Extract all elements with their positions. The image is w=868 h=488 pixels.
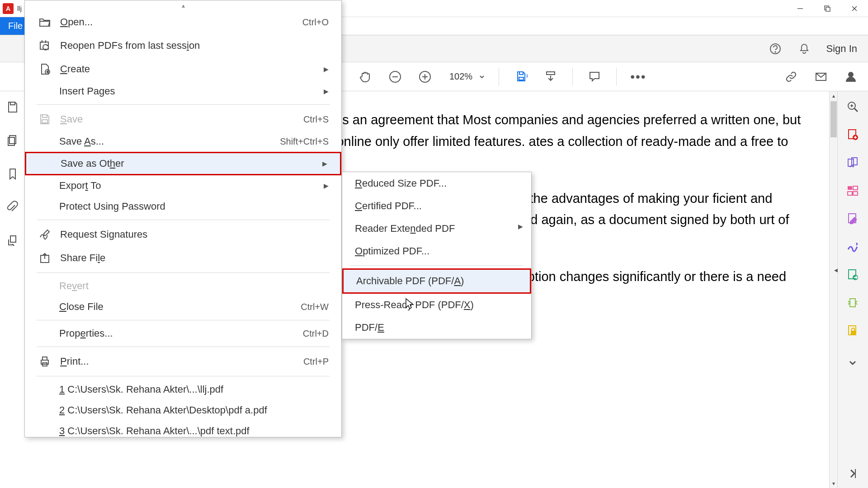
- menu-item-request-signatures[interactable]: Request Signatures: [25, 223, 341, 246]
- submenu-item-optimized[interactable]: Optimized PDF...: [342, 240, 531, 263]
- menu-label: Properties...: [59, 328, 295, 339]
- svg-point-6: [775, 52, 775, 52]
- svg-line-21: [854, 108, 858, 112]
- edit-pdf-tool-icon[interactable]: [846, 212, 860, 226]
- menu-item-reopen[interactable]: Reopen PDFs from last session: [25, 34, 341, 57]
- svg-point-16: [849, 72, 853, 77]
- sign-tool-icon[interactable]: [846, 240, 860, 254]
- menu-separator: [37, 104, 330, 105]
- app-icon: A: [3, 3, 14, 14]
- submenu-item-certified[interactable]: Certified PDF...: [342, 195, 531, 217]
- zoom-value: 102%: [447, 70, 475, 83]
- menu-separator: [37, 376, 330, 376]
- shortcut-label: Ctrl+W: [301, 302, 329, 312]
- menu-item-insert-pages[interactable]: Insert Pages ▶: [25, 81, 341, 102]
- svg-rect-19: [10, 236, 16, 242]
- maximize-button[interactable]: [814, 0, 841, 17]
- submenu-item-press-ready-pdfx[interactable]: Press-Ready PDF (PDF/X): [342, 294, 531, 316]
- layers-icon[interactable]: [6, 234, 19, 249]
- shortcut-label: Ctrl+S: [303, 114, 329, 125]
- svg-rect-29: [853, 192, 858, 195]
- help-icon[interactable]: [769, 42, 782, 56]
- save-icon: [38, 112, 52, 127]
- menu-item-properties[interactable]: Properties... Ctrl+D: [25, 323, 341, 344]
- save-dropdown-icon[interactable]: [513, 69, 529, 85]
- svg-rect-35: [851, 331, 855, 334]
- more-tools-down-icon[interactable]: [846, 357, 860, 371]
- submenu-arrow-icon: ▶: [324, 88, 329, 95]
- menu-label: Save: [60, 113, 295, 125]
- save-as-other-submenu: Reduced Size PDF... Certified PDF... Rea…: [342, 172, 532, 339]
- notification-bell-icon[interactable]: [797, 42, 811, 56]
- more-tools-icon[interactable]: •••: [630, 70, 646, 84]
- create-pdf-tool-icon[interactable]: [846, 128, 860, 142]
- submenu-item-reduced-size[interactable]: Reduced Size PDF...: [342, 172, 531, 195]
- menu-item-share-file[interactable]: Share File: [25, 246, 341, 270]
- menu-item-open[interactable]: Open... Ctrl+O: [25, 10, 341, 34]
- menu-item-save: Save Ctrl+S: [25, 108, 341, 131]
- svg-rect-28: [848, 192, 852, 195]
- svg-rect-2: [826, 7, 830, 11]
- submenu-arrow-icon: ▶: [322, 160, 327, 167]
- download-icon[interactable]: [542, 69, 559, 85]
- menu-item-recent-2[interactable]: 2 C:\Users\Sk. Rehana Akter\Desktop\pdf …: [25, 400, 341, 421]
- scrollbar-thumb[interactable]: [830, 101, 837, 137]
- svg-rect-26: [848, 186, 852, 190]
- reopen-icon: [38, 38, 52, 53]
- menu-label: Insert Pages: [59, 85, 329, 97]
- menu-separator: [350, 265, 523, 266]
- menu-item-recent-3[interactable]: 3 C:\Users\Sk. Rehana Akter\...\pdf text…: [25, 421, 341, 437]
- organize-pages-tool-icon[interactable]: [846, 184, 860, 198]
- menu-item-save-as-other[interactable]: Save as Other ▶: [25, 152, 341, 175]
- close-window-button[interactable]: [841, 0, 868, 17]
- shortcut-label: Shift+Ctrl+S: [280, 136, 329, 147]
- submenu-item-pdfe[interactable]: PDF/E: [342, 316, 531, 339]
- shortcut-label: Ctrl+O: [302, 17, 329, 28]
- submenu-arrow-icon: ▶: [518, 223, 523, 230]
- hand-tool-icon[interactable]: [357, 69, 373, 85]
- menu-label: Protect Using Password: [59, 201, 329, 212]
- menu-item-print[interactable]: Print... Ctrl+P: [25, 350, 341, 373]
- menu-item-protect-password[interactable]: Protect Using Password: [25, 196, 341, 217]
- sign-in-link[interactable]: Sign In: [826, 43, 858, 55]
- submenu-item-archivable-pdfa[interactable]: Archivable PDF (PDF/A): [342, 268, 531, 294]
- protect-tool-icon[interactable]: [846, 324, 860, 338]
- menu-item-create[interactable]: Create ▶: [25, 57, 341, 81]
- export-pdf-tool-icon[interactable]: [846, 268, 860, 282]
- minimize-button[interactable]: [787, 0, 814, 17]
- search-tool-icon[interactable]: [846, 100, 860, 114]
- menu-separator: [37, 272, 330, 273]
- combine-files-tool-icon[interactable]: [846, 156, 860, 170]
- signature-icon: [38, 227, 52, 242]
- email-icon[interactable]: [813, 69, 829, 85]
- attachments-icon[interactable]: [6, 201, 19, 216]
- collapse-right-panel-icon[interactable]: ◂: [831, 263, 840, 277]
- account-icon[interactable]: [843, 69, 859, 85]
- vertical-scrollbar[interactable]: ▴ ▾: [829, 91, 837, 488]
- menu-collapse-icon[interactable]: ▴: [25, 0, 341, 10]
- scroll-down-arrow[interactable]: ▾: [830, 479, 837, 488]
- scroll-up-arrow[interactable]: ▴: [830, 91, 837, 100]
- pages-panel-icon[interactable]: [6, 134, 19, 149]
- zoom-in-icon[interactable]: [417, 69, 433, 85]
- expand-panel-icon[interactable]: [846, 467, 860, 481]
- menu-label: Print...: [60, 356, 295, 367]
- submenu-item-reader-extended[interactable]: Reader Extended PDF▶: [342, 217, 531, 240]
- zoom-out-icon[interactable]: [387, 69, 403, 85]
- bookmark-panel-icon[interactable]: [6, 167, 19, 183]
- menu-item-revert: Revert: [25, 276, 341, 296]
- menu-label: Create: [60, 63, 329, 75]
- create-icon: [38, 62, 52, 76]
- menu-item-save-as[interactable]: Save As... Shift+Ctrl+S: [25, 131, 341, 152]
- share-link-icon[interactable]: [783, 69, 799, 85]
- menu-item-recent-1[interactable]: 1 C:\Users\Sk. Rehana Akter\...\llj.pdf: [25, 379, 341, 400]
- menu-item-close-file[interactable]: Close File Ctrl+W: [25, 296, 341, 317]
- chevron-down-icon: [479, 74, 485, 80]
- zoom-level[interactable]: 102%: [447, 70, 485, 83]
- compress-tool-icon[interactable]: [846, 296, 860, 310]
- left-sidebar: [0, 91, 25, 249]
- menu-item-export-to[interactable]: Export To ▶: [25, 175, 341, 196]
- save-icon[interactable]: [6, 100, 19, 116]
- menu-label: Export To: [59, 180, 329, 192]
- comment-icon[interactable]: [586, 69, 603, 85]
